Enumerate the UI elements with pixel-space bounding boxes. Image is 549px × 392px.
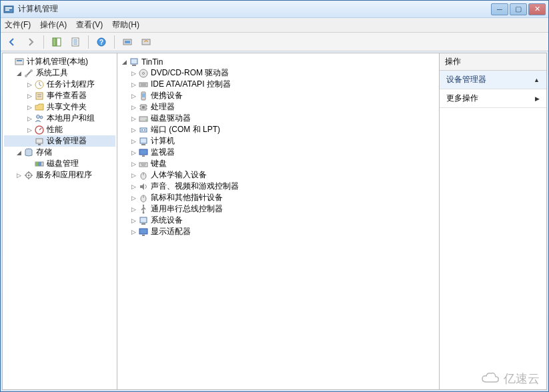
expand-icon[interactable]: ▷	[129, 149, 137, 157]
device-list-pane: ◢ TinTin ▷DVD/CD-ROM 驱动器 ▷IDE ATA/ATAPI …	[117, 53, 440, 389]
system-icon	[138, 215, 149, 226]
menu-file[interactable]: 文件(F)	[5, 19, 31, 31]
tree-disk-mgmt[interactable]: 磁盘管理	[4, 158, 115, 169]
device-sound[interactable]: ▷声音、视频和游戏控制器	[119, 181, 438, 192]
device-processors[interactable]: ▷处理器	[119, 101, 438, 113]
app-window: 计算机管理 ─ ▢ ✕ 文件(F) 操作(A) 查看(V) 帮助(H) ? 计算…	[0, 0, 549, 392]
expand-icon[interactable]: ▷	[129, 183, 137, 191]
device-label: 键盘	[151, 158, 167, 169]
device-display[interactable]: ▷显示适配器	[119, 226, 438, 237]
services-icon	[23, 170, 34, 181]
device-system[interactable]: ▷系统设备	[119, 215, 438, 226]
expand-icon[interactable]: ▷	[25, 92, 33, 100]
device-dvd[interactable]: ▷DVD/CD-ROM 驱动器	[119, 67, 438, 79]
storage-icon	[23, 147, 34, 158]
tree-storage[interactable]: ◢ 存储	[4, 147, 115, 158]
expand-icon[interactable]: ▷	[25, 115, 33, 123]
tree-system-tools[interactable]: ◢ 系统工具	[4, 67, 115, 79]
actions-section-title[interactable]: 设备管理器 ▲	[440, 71, 546, 89]
tree-device-manager[interactable]: 设备管理器	[4, 135, 115, 147]
sound-icon	[138, 181, 149, 192]
device-disk-drives[interactable]: ▷磁盘驱动器	[119, 113, 438, 124]
properties-button[interactable]	[68, 35, 83, 49]
expand-icon[interactable]: ▷	[129, 217, 137, 225]
more-label: 更多操作	[446, 93, 478, 104]
expand-icon[interactable]: ▷	[129, 69, 137, 77]
window-title: 计算机管理	[18, 3, 491, 15]
device-portable[interactable]: ▷便携设备	[119, 90, 438, 101]
device-computer[interactable]: ▷计算机	[119, 135, 438, 147]
back-button[interactable]	[5, 35, 19, 49]
device-keyboard[interactable]: ▷键盘	[119, 158, 438, 169]
forward-button[interactable]	[23, 35, 38, 49]
tree-services-apps[interactable]: ▷ 服务和应用程序	[4, 169, 115, 181]
minimize-button[interactable]: ─	[491, 3, 508, 15]
tree-performance[interactable]: ▷ 性能	[4, 124, 115, 135]
expand-icon[interactable]: ▷	[25, 81, 33, 89]
help-button[interactable]: ?	[94, 35, 109, 49]
refresh-button[interactable]	[139, 35, 153, 49]
device-monitor[interactable]: ▷监视器	[119, 147, 438, 158]
device-ports[interactable]: ▷端口 (COM 和 LPT)	[119, 124, 438, 135]
expand-icon[interactable]: ▷	[129, 92, 137, 100]
tree-label: 事件查看器	[47, 90, 87, 101]
device-mouse[interactable]: ▷鼠标和其他指针设备	[119, 192, 438, 203]
actions-more[interactable]: 更多操作 ▶	[440, 89, 546, 108]
expander-icon[interactable]	[25, 160, 33, 168]
collapse-up-icon[interactable]: ▲	[534, 77, 540, 83]
device-root[interactable]: ◢ TinTin	[119, 56, 438, 67]
menu-help[interactable]: 帮助(H)	[112, 19, 139, 31]
collapse-icon[interactable]: ◢	[120, 58, 128, 66]
expand-icon[interactable]: ▷	[129, 205, 137, 213]
expand-icon[interactable]: ▷	[129, 137, 137, 145]
device-ide[interactable]: ▷IDE ATA/ATAPI 控制器	[119, 79, 438, 90]
disk-mgmt-icon	[34, 159, 45, 169]
expander-icon[interactable]	[25, 137, 33, 145]
submenu-arrow-icon: ▶	[535, 95, 540, 102]
device-label: 磁盘驱动器	[151, 113, 191, 124]
svg-point-22	[37, 115, 40, 118]
device-usb[interactable]: ▷通用串行总线控制器	[119, 203, 438, 215]
svg-rect-1	[5, 7, 12, 9]
svg-rect-37	[139, 83, 147, 87]
expand-icon[interactable]: ▷	[129, 228, 137, 236]
clock-icon	[34, 79, 45, 90]
device-label: 人体学输入设备	[151, 169, 207, 181]
expand-icon[interactable]: ▷	[129, 160, 137, 168]
expand-icon[interactable]: ▷	[129, 171, 137, 179]
expand-icon[interactable]: ▷	[129, 194, 137, 202]
expand-icon[interactable]: ▷	[129, 115, 137, 123]
tree-root-computer-mgmt[interactable]: 计算机管理(本地)	[4, 56, 115, 67]
scan-button[interactable]	[120, 35, 135, 49]
users-icon	[34, 113, 45, 124]
svg-rect-66	[140, 217, 147, 223]
event-icon	[34, 91, 45, 101]
expand-icon[interactable]: ▷	[129, 81, 137, 89]
device-hid[interactable]: ▷人体学输入设备	[119, 169, 438, 181]
tree-shared-folders[interactable]: ▷ 共享文件夹	[4, 101, 115, 113]
show-hide-tree-button[interactable]	[49, 35, 64, 49]
device-label: IDE ATA/ATAPI 控制器	[151, 79, 231, 90]
close-button[interactable]: ✕	[528, 3, 546, 15]
tree-local-users[interactable]: ▷ 本地用户和组	[4, 113, 115, 124]
expand-icon[interactable]: ▷	[129, 103, 137, 111]
expand-icon[interactable]: ▷	[129, 126, 137, 134]
menu-view[interactable]: 查看(V)	[76, 19, 103, 31]
collapse-icon[interactable]: ◢	[15, 69, 23, 77]
svg-rect-57	[139, 163, 147, 167]
svg-rect-55	[139, 149, 147, 155]
maximize-button[interactable]: ▢	[510, 3, 527, 15]
expander-icon[interactable]	[5, 58, 13, 66]
expand-icon[interactable]: ▷	[25, 103, 33, 111]
toolbar: ?	[1, 33, 548, 51]
expand-icon[interactable]: ▷	[15, 171, 23, 179]
svg-rect-34	[132, 65, 136, 66]
menu-action[interactable]: 操作(A)	[40, 19, 67, 31]
svg-rect-53	[140, 138, 147, 143]
folder-share-icon	[34, 102, 45, 113]
collapse-icon[interactable]: ◢	[15, 149, 23, 157]
hdd-icon	[138, 113, 149, 124]
tree-event-viewer[interactable]: ▷ 事件查看器	[4, 90, 115, 101]
expand-icon[interactable]: ▷	[25, 126, 33, 134]
tree-task-scheduler[interactable]: ▷ 任务计划程序	[4, 79, 115, 90]
